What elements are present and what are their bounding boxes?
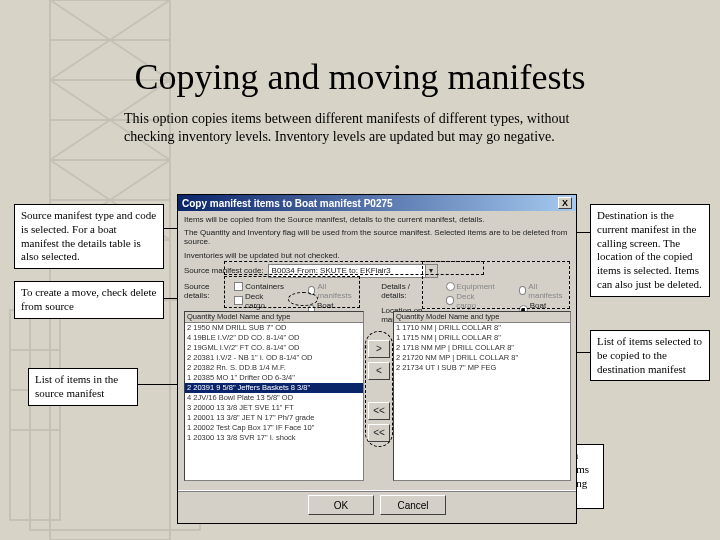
titlebar-text: Copy manifest items to Boat manifest P02… (182, 198, 393, 209)
page-subtitle: This option copies items between differe… (124, 110, 596, 146)
callout-create-move: To create a move, check delete from sour… (14, 281, 164, 319)
close-button[interactable]: X (558, 197, 572, 209)
list-item[interactable]: 2 20391 9 5/8" Jeffers Baskets 8 3/8" (185, 383, 363, 393)
ok-button[interactable]: OK (308, 495, 374, 515)
details-label: Details / details: (381, 282, 427, 300)
chevron-down-icon: ▾ (425, 265, 437, 277)
list-item[interactable]: 1 20002 Test Cap Box 17" IF Face 10" (185, 423, 363, 433)
list-header: Quantity Model Name and type (185, 312, 363, 323)
list-item[interactable]: 1 20385 MO 1" Drifter OD 6-3/4" (185, 373, 363, 383)
source-code-label: Source manifest code: (184, 266, 264, 275)
check-deck[interactable]: Deck cargo (234, 292, 284, 310)
radio-loc-deck[interactable]: Deck cargo (446, 292, 495, 310)
list-item[interactable]: 4 19BLE I.V/2" DD CO. 8-1/4" OD (185, 333, 363, 343)
list-item[interactable]: 1 1715 NM | DRILL COLLAR 8" (394, 333, 570, 343)
instruction-text: Items will be copied from the Source man… (184, 215, 570, 224)
dialog-copy-manifest: Copy manifest items to Boat manifest P02… (177, 194, 577, 524)
move-right-button[interactable]: > (368, 340, 390, 358)
list-item[interactable]: 2 1950 NM DRILL SUB 7" OD (185, 323, 363, 333)
callout-dest-list: List of items selected to be copied to t… (590, 330, 710, 381)
callout-source-manifest: Source manifest type and code is selecte… (14, 204, 164, 269)
source-code-value: B0034 From: SKUTE to: EKFlair3 (272, 266, 391, 275)
move-up-button[interactable]: << (368, 402, 390, 420)
radio-loc-all[interactable]: All manifests (519, 282, 564, 300)
list-item[interactable]: 2 20381 I.V/2 - NB 1" I. OD 8-1/4" OD (185, 353, 363, 363)
list-item[interactable]: 2 21720 NM MP | DRILL COLLAR 8" (394, 353, 570, 363)
instruction-text: The Quantity and Inventory flag will be … (184, 228, 570, 246)
dest-listbox[interactable]: Quantity Model Name and type 1 1710 NM |… (393, 311, 571, 481)
svg-rect-14 (10, 310, 60, 520)
cancel-button[interactable]: Cancel (380, 495, 446, 515)
callout-destination: Destination is the current manifest in t… (590, 204, 710, 297)
list-item[interactable]: 2 1718 NM MP | DRILL COLLAR 8" (394, 343, 570, 353)
list-item[interactable]: 2 20382 Rn. S. DD.B 1/4 M.F. (185, 363, 363, 373)
list-header: Quantity Model Name and type (394, 312, 570, 323)
move-down-button[interactable]: << (368, 424, 390, 442)
svg-rect-13 (30, 300, 200, 530)
check-containers[interactable]: Containers (234, 282, 284, 291)
callout-source-list: List of items in the source manifest (28, 368, 138, 406)
radio-loc-equipment[interactable]: Equipment (446, 282, 495, 291)
source-code-combo[interactable]: B0034 From: SKUTE to: EKFlair3 ▾ (268, 264, 438, 278)
titlebar: Copy manifest items to Boat manifest P02… (178, 195, 576, 211)
list-item[interactable]: 4 2JV/16 Bowl Plate 13 5/8" OD (185, 393, 363, 403)
list-item[interactable]: 2 21734 UT I SUB 7" MP FEG (394, 363, 570, 373)
source-listbox[interactable]: Quantity Model Name and type 2 1950 NM D… (184, 311, 364, 481)
move-left-button[interactable]: < (368, 362, 390, 380)
list-item[interactable]: 3 20000 13 3/8 JET SVE 11" FT (185, 403, 363, 413)
page-title: Copying and moving manifests (0, 56, 720, 98)
source-details-label: Source details: (184, 282, 216, 300)
list-item[interactable]: 1 20001 13 3/8" JET N 17" Ph/7 grade (185, 413, 363, 423)
list-item[interactable]: 1 1710 NM | DRILL COLLAR 8" (394, 323, 570, 333)
list-item[interactable]: 1 20300 13 3/8 SVR 17" I. shock (185, 433, 363, 443)
instruction-text: Inventories will be updated but not chec… (184, 251, 570, 260)
check-all[interactable]: All manifests (308, 282, 353, 300)
list-item[interactable]: 2 19GML I.V/2" FT CO. 8-1/4" OD (185, 343, 363, 353)
